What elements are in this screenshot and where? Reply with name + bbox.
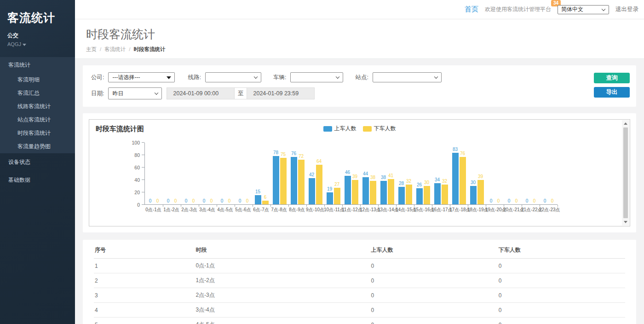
chart-bar-value-label: 38 — [381, 175, 386, 180]
chart-bar[interactable] — [291, 157, 297, 204]
sidebar-item[interactable]: 客流汇总 — [0, 87, 75, 100]
chart-bar-value-label: 64 — [316, 159, 322, 164]
breadcrumb-item[interactable]: 客流统计 — [104, 46, 126, 52]
export-button[interactable]: 导出 — [594, 87, 630, 98]
chart-bar[interactable] — [460, 157, 466, 204]
chart-bar-column: 75 — [280, 152, 287, 204]
sidebar-item[interactable]: 时段客流统计 — [0, 127, 75, 140]
chart-bar[interactable] — [280, 158, 287, 204]
chart-bar-value-label: 34 — [435, 178, 440, 182]
chart-bar[interactable] — [380, 181, 387, 204]
chart-bar[interactable] — [327, 192, 333, 204]
sidebar-item[interactable]: 设备状态 — [0, 153, 75, 171]
chart-bar-column: 0 — [524, 199, 530, 204]
chart-bar[interactable] — [273, 156, 279, 204]
table-header-cell: 时段 — [195, 242, 370, 259]
breadcrumb-item[interactable]: 主页 — [86, 46, 97, 52]
chart-card: 时段车流统计图 上车人数下车人数 020406080100 0000000000… — [83, 113, 636, 232]
chart-bar-value-label: 0 — [185, 199, 188, 203]
scrollbar-down-arrow-icon[interactable] — [622, 219, 629, 226]
chart-bar[interactable] — [424, 186, 430, 205]
chart-bar[interactable] — [477, 180, 484, 204]
chart-bar-value-label: 32 — [406, 179, 411, 184]
sidebar-item[interactable]: 基础数据 — [0, 171, 75, 189]
date-to-input[interactable]: 2024-01-09 23:59 — [247, 87, 315, 99]
chart-bar[interactable] — [388, 179, 394, 204]
chart-bar[interactable] — [470, 186, 477, 205]
station-label: 站点: — [355, 74, 368, 81]
chart-bar-column: 34 — [434, 178, 441, 204]
chart-bar-column: 32 — [442, 179, 448, 204]
chart-bar-column: 83 — [452, 147, 459, 204]
chart-bar[interactable] — [442, 185, 448, 204]
chart-bar-group: 00 — [504, 142, 522, 204]
x-axis-category-label: 19点-20点 — [485, 207, 503, 213]
chart-bar-value-label: 6 — [264, 195, 267, 200]
chart-bar[interactable] — [452, 153, 459, 204]
chart-bar-group: 00 — [145, 142, 163, 204]
vehicle-select[interactable] — [290, 72, 343, 82]
scrollbar-up-arrow-icon[interactable] — [622, 120, 629, 127]
home-link[interactable]: 首页 — [465, 5, 478, 14]
x-axis-category-label: 2点-3点 — [180, 207, 198, 213]
x-axis-category-label: 6点-7点 — [252, 207, 270, 213]
chart-bar[interactable] — [434, 183, 441, 204]
chart-bar-column: 15 — [255, 190, 261, 204]
chart-bar-value-label: 78 — [273, 150, 278, 155]
chart-bar[interactable] — [398, 187, 405, 204]
date-preset-value: 昨日 — [112, 90, 123, 98]
chart-title: 时段车流统计图 — [96, 125, 144, 133]
legend-item[interactable]: 下车人数 — [363, 125, 396, 133]
breadcrumb-separator: / — [129, 46, 130, 52]
query-button[interactable]: 查询 — [594, 73, 630, 83]
chart-vertical-scrollbar[interactable] — [622, 120, 629, 226]
chart-bar[interactable] — [316, 165, 322, 204]
x-axis-category-label: 11点-12点 — [342, 207, 360, 213]
data-table-card: 序号时段上车人数下车人数 10点-1点0021点-2点0032点-3点0043点… — [83, 240, 636, 324]
line-select[interactable] — [205, 72, 261, 82]
chart-bar-group: 3039 — [468, 142, 486, 204]
chart-bar[interactable] — [352, 180, 358, 204]
sidebar-item[interactable]: 线路客流统计 — [0, 100, 75, 113]
x-axis-category-label: 13点-14点 — [378, 207, 396, 213]
chart-bar-column: 0 — [531, 199, 538, 204]
language-select[interactable]: 简体中文 — [558, 5, 609, 14]
chart-bar-value-label: 38 — [370, 175, 375, 180]
x-axis-category-label: 18点-19点 — [467, 207, 485, 213]
scrollbar-thumb[interactable] — [623, 127, 628, 218]
legend-swatch — [363, 126, 372, 132]
chart-bar[interactable] — [362, 177, 369, 204]
topbar: 首页 欢迎使用客流统计管理平台 34 简体中文 退出登录 — [75, 0, 644, 19]
x-axis-category-label: 12点-13点 — [360, 207, 378, 213]
org-code-dropdown[interactable]: AQGJ — [7, 41, 68, 47]
company-select[interactable]: ---请选择--- — [108, 72, 175, 82]
sidebar-item[interactable]: 客流统计 — [0, 57, 75, 73]
logo-area: 客流统计 公交 AQGJ — [0, 0, 75, 53]
table-cell: 0 — [498, 288, 625, 303]
sidebar: 客流统计 公交 AQGJ 客流统计客流明细客流汇总线路客流统计站点客流统计时段客… — [0, 0, 75, 324]
station-select[interactable] — [373, 72, 442, 82]
table-cell: 0 — [498, 259, 625, 273]
chart-bar-group: 3432 — [432, 142, 450, 204]
chart-bar[interactable] — [416, 188, 423, 204]
chart-bar-value-label: 83 — [453, 147, 458, 152]
chart-bar[interactable] — [345, 176, 351, 204]
chart-bar[interactable] — [334, 188, 340, 204]
sidebar-item[interactable]: 站点客流统计 — [0, 113, 75, 127]
chart-bar[interactable] — [370, 181, 376, 204]
sidebar-item[interactable]: 客流量趋势图 — [0, 140, 75, 153]
chart-x-axis: 0点-1点1点-2点2点-3点3点-4点4点-5点5点-6点6点-7点7点-8点… — [144, 207, 558, 213]
date-preset-select[interactable]: 昨日 — [108, 87, 162, 99]
chart-bar[interactable] — [309, 178, 315, 204]
logout-link[interactable]: 退出登录 — [615, 6, 638, 13]
chart-bar-group: 7672 — [288, 142, 306, 204]
chart-bar[interactable] — [298, 160, 305, 204]
legend-item[interactable]: 上车人数 — [323, 125, 356, 133]
chart-bar-column: 32 — [406, 179, 412, 204]
chart-bar[interactable] — [262, 201, 269, 204]
chart-bar[interactable] — [406, 185, 412, 204]
table-cell: 1 — [94, 259, 195, 273]
sidebar-item[interactable]: 客流明细 — [0, 73, 75, 87]
chart-bar[interactable] — [255, 195, 261, 204]
date-from-input[interactable]: 2024-01-09 00:00 — [167, 87, 234, 99]
